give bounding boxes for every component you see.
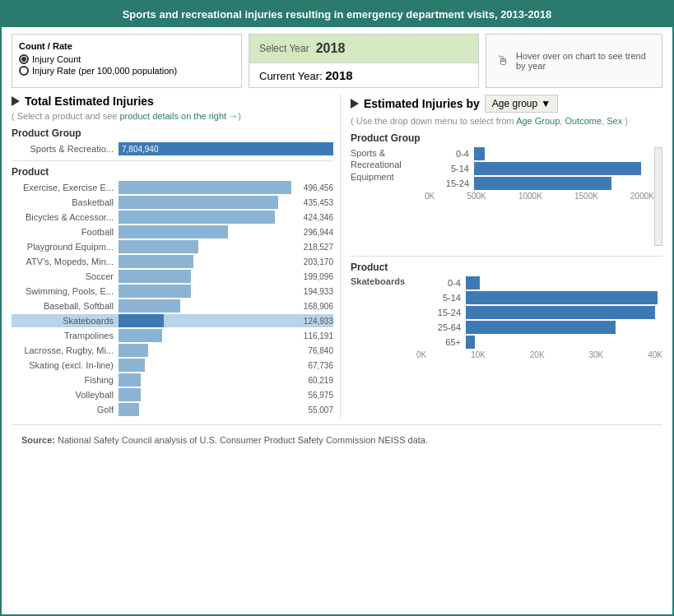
scrollbar-stub[interactable]	[654, 147, 662, 246]
right-product-label: Product	[351, 262, 662, 273]
product-bar-row[interactable]: Lacrosse, Rugby, Mi...76,840	[12, 344, 333, 357]
product-bar-label: Basketball	[12, 197, 119, 207]
product-bar-value: 55,007	[304, 405, 333, 415]
product-bar-row[interactable]: Swimming, Pools, E...194,933	[12, 285, 333, 298]
radio-circle-count	[19, 54, 29, 64]
detail-age-bar-fill	[466, 306, 655, 319]
outcome-link[interactable]: Outcome	[565, 116, 602, 126]
detail-age-bar-row: 15-24	[416, 306, 662, 319]
product-bar-fill	[119, 270, 191, 283]
product-bar-container	[119, 299, 300, 313]
injury-count-radio[interactable]: Injury Count	[19, 54, 235, 64]
skateboards-label: Skateboards	[351, 276, 416, 286]
product-bar-fill	[119, 344, 148, 357]
product-bar-label: Lacrosse, Rugby, Mi...	[12, 345, 119, 355]
dashboard-container: Sports and recreational injuries resulti…	[0, 0, 674, 616]
product-bar-label: Skateboards	[12, 316, 119, 326]
main-content: Count / Rate Injury Count Injury Rate (p…	[2, 27, 672, 461]
footer: Source: National Safety Council analysis…	[12, 424, 662, 455]
product-bar-row[interactable]: Soccer199,096	[12, 270, 333, 283]
right-section-title: Estimated Injuries by Age group ▼	[351, 95, 662, 113]
product-bar-value: 199,096	[300, 272, 333, 281]
product-bar-row[interactable]: Baseball, Softball168,906	[12, 299, 333, 313]
product-bar-row[interactable]: Skateboards124,933	[12, 314, 333, 327]
total-injuries-title: Total Estimated Injuries	[25, 95, 154, 108]
skateboards-bars-container: 0-45-1415-2425-6465+ 0K 10K 20K 30K 40K	[416, 276, 662, 359]
product-bar-row[interactable]: Exercise, Exercise E...496,456	[12, 181, 333, 194]
age-label: 5-14	[425, 164, 474, 174]
product-bar-fill	[119, 240, 198, 253]
select-year-label: Select Year	[259, 43, 309, 54]
play-icon-right	[351, 99, 359, 109]
product-bar-container	[119, 373, 304, 387]
select-year-top: Select Year 2018	[249, 35, 478, 63]
age-bar-fill	[474, 162, 641, 175]
age-group-dropdown[interactable]: Age group ▼	[485, 95, 558, 113]
product-bar-value: 496,456	[300, 183, 333, 192]
product-bar-value: 60,219	[304, 376, 333, 385]
detail-age-bar-fill	[466, 291, 658, 304]
cursor-icon: 🖱	[496, 53, 509, 68]
product-group-chart: Sports &RecreationalEquipment 0-45-1415-…	[351, 147, 662, 246]
left-section-title: Total Estimated Injuries	[12, 95, 333, 108]
age-bar-container	[474, 147, 654, 160]
product-bar-fill	[119, 299, 180, 313]
product-bar-container	[119, 388, 304, 401]
product-bar-fill	[119, 403, 139, 416]
product-bar-label: Swimming, Pools, E...	[12, 286, 119, 296]
age-bar-row: 5-14	[425, 162, 654, 175]
total-bar-row[interactable]: Sports & Recreatio... 7,804,940	[12, 142, 333, 155]
product-bar-value: 56,975	[304, 391, 333, 400]
product-bar-label: Trampolines	[12, 331, 119, 340]
product-bar-row[interactable]: Basketball435,453	[12, 196, 333, 209]
product-bars-list: Exercise, Exercise E...496,456Basketball…	[12, 181, 333, 416]
age-bar-row: 0-4	[425, 147, 654, 160]
product-group-axis: 0K 500K 1000K 1500K 2000K	[425, 192, 654, 201]
detail-age-label: 0-4	[416, 278, 466, 288]
product-bar-value: 424,346	[300, 213, 333, 222]
select-year-value: 2018	[316, 41, 346, 56]
product-details-link[interactable]: product details on the right →	[119, 111, 238, 121]
injury-rate-radio[interactable]: Injury Rate (per 100,000 population)	[19, 66, 235, 76]
product-bar-row[interactable]: Volleyball56,975	[12, 388, 333, 401]
product-bar-container	[119, 359, 304, 372]
current-year-label: Current Year:	[259, 70, 323, 82]
right-product-group-heading: Product Group	[351, 132, 662, 144]
product-bar-row[interactable]: Golf55,007	[12, 403, 333, 416]
product-bar-row[interactable]: Football296,944	[12, 225, 333, 239]
product-bar-container	[119, 314, 300, 327]
age-label: 0-4	[425, 149, 474, 159]
detail-age-bar-row: 5-14	[416, 291, 662, 304]
detail-age-bar-row: 25-64	[416, 321, 662, 334]
product-bar-value: 168,906	[300, 302, 333, 311]
product-bar-fill	[119, 196, 278, 209]
product-bar-label: Golf	[12, 405, 119, 415]
product-bar-label: Baseball, Softball	[12, 301, 119, 311]
dropdown-label: Age group	[492, 98, 537, 109]
detail-age-bar-row: 65+	[416, 336, 662, 349]
source-label: Source:	[21, 435, 58, 445]
product-bar-row[interactable]: Trampolines116,191	[12, 329, 333, 342]
page-header: Sports and recreational injuries resulti…	[2, 2, 672, 27]
product-bar-row[interactable]: Playground Equipm...218,527	[12, 240, 333, 253]
product-bar-container	[119, 329, 300, 342]
age-group-link[interactable]: Age Group	[516, 116, 560, 126]
left-column: Total Estimated Injuries ( Select a prod…	[12, 95, 341, 418]
detail-age-label: 15-24	[416, 308, 466, 317]
select-year-panel: Select Year 2018 Current Year: 2018	[249, 34, 479, 88]
hover-panel: 🖱 Hover over on chart to see trend by ye…	[486, 34, 662, 88]
product-bar-container	[119, 403, 304, 416]
sports-rec-label: Sports &RecreationalEquipment	[351, 148, 402, 182]
product-bar-value: 67,736	[304, 361, 333, 370]
product-bar-container	[119, 196, 300, 209]
total-bar-value: 7,804,940	[122, 145, 159, 154]
product-bar-row[interactable]: Fishing60,219	[12, 373, 333, 387]
product-bar-row[interactable]: Bicycles & Accessor...424,346	[12, 211, 333, 224]
detail-age-bar-fill	[466, 276, 480, 289]
product-group-chart-inner: Sports &RecreationalEquipment 0-45-1415-…	[351, 147, 662, 246]
product-bar-label: Bicycles & Accessor...	[12, 212, 119, 222]
sex-link[interactable]: Sex	[607, 116, 622, 126]
product-bar-row[interactable]: Skating (excl. In-line)67,736	[12, 359, 333, 372]
count-rate-title: Count / Rate	[19, 41, 235, 51]
product-bar-row[interactable]: ATV's, Mopeds, Min...203,170	[12, 255, 333, 268]
